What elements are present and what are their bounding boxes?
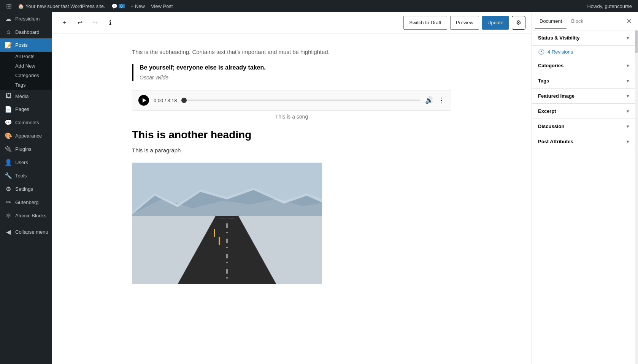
- pages-icon: 📄: [5, 106, 12, 113]
- collapse-menu-icon: ◀: [5, 228, 12, 236]
- post-image-block[interactable]: [132, 163, 322, 284]
- discussion-header[interactable]: Discussion ▾: [532, 119, 635, 134]
- comments-count: 0: [119, 4, 125, 8]
- sidebar-item-settings[interactable]: ⚙ Settings: [0, 182, 52, 196]
- heading2-block[interactable]: This is another heading: [132, 129, 451, 141]
- new-item[interactable]: + New: [128, 0, 148, 12]
- gutenberg-icon: ✏: [5, 199, 12, 206]
- sidebar-item-posts[interactable]: 📝 Posts: [0, 38, 52, 52]
- excerpt-header[interactable]: Excerpt ▾: [532, 104, 635, 119]
- sidebar-item-collapse-menu[interactable]: ◀ Collapse menu: [0, 225, 52, 239]
- categories-section-label: Categories: [538, 63, 563, 68]
- add-block-button[interactable]: ＋: [58, 16, 71, 30]
- preview-button[interactable]: Preview: [450, 16, 479, 30]
- view-post-label: View Post: [151, 3, 173, 9]
- paragraph-block[interactable]: This is a paragraph: [132, 147, 451, 154]
- site-home-icon: 🏠: [18, 3, 24, 9]
- site-name-text: Your new super fast WordPress site.: [25, 3, 105, 9]
- panel-tabs: Document Block ✕: [532, 12, 638, 30]
- comments-icon: 💬: [111, 3, 117, 9]
- admin-bar-left: ⊞ 🏠 Your new super fast WordPress site. …: [3, 0, 584, 12]
- sidebar-item-comments[interactable]: 💬 Comments: [0, 116, 52, 129]
- sidebar-item-pressidium[interactable]: ☁ Pressidium: [0, 12, 52, 25]
- revisions-item[interactable]: 🕐 4 Revisions: [532, 46, 635, 58]
- sidebar-item-gutenberg[interactable]: ✏ Gutenberg: [0, 196, 52, 209]
- blockquote-cite: Oscar Wilde: [140, 74, 168, 81]
- sidebar-item-categories[interactable]: Categories: [0, 71, 52, 80]
- audio-more-icon[interactable]: ⋮: [438, 96, 445, 104]
- audio-player-block[interactable]: 0:00 / 3:18 🔊 ⋮: [132, 90, 451, 111]
- undo-button[interactable]: ↩: [73, 16, 87, 30]
- site-name-item[interactable]: 🏠 Your new super fast WordPress site.: [15, 0, 108, 12]
- atomic-blocks-icon: ⚛: [5, 212, 12, 219]
- sidebar-item-pages-label: Pages: [15, 106, 29, 112]
- editor-area: ＋ ↩ ↪ ℹ Switch to Draft Preview Update ⚙…: [52, 12, 532, 364]
- categories-label: Categories: [15, 73, 39, 78]
- comments-item[interactable]: 💬 0: [108, 0, 128, 12]
- wp-logo-item[interactable]: ⊞: [3, 0, 15, 12]
- tab-document[interactable]: Document: [535, 14, 567, 29]
- right-panel-scroll-thumb[interactable]: [635, 30, 638, 53]
- sidebar-item-plugins[interactable]: 🔌 Plugins: [0, 142, 52, 156]
- sidebar-item-tools[interactable]: 🔧 Tools: [0, 169, 52, 182]
- sidebar-item-dashboard[interactable]: ⌂ Dashboard: [0, 25, 52, 38]
- settings-gear-icon: ⚙: [516, 19, 521, 26]
- audio-progress-thumb[interactable]: [181, 98, 187, 103]
- sidebar-item-media[interactable]: 🖼 Media: [0, 90, 52, 103]
- switch-to-draft-button[interactable]: Switch to Draft: [403, 16, 447, 30]
- howdy-item[interactable]: Howdy, gutencourse: [584, 0, 635, 12]
- sidebar-item-pages[interactable]: 📄 Pages: [0, 103, 52, 116]
- status-visibility-header[interactable]: Status & Visibility ▾: [532, 30, 635, 45]
- plugins-icon: 🔌: [5, 146, 12, 153]
- view-post-item[interactable]: View Post: [148, 0, 176, 12]
- post-attributes-header[interactable]: Post Attributes ▾: [532, 134, 635, 149]
- editor-content-wrap[interactable]: This is the subheading. Contains text th…: [52, 33, 532, 364]
- main-layout: ☁ Pressidium ⌂ Dashboard 📝 Posts All Pos…: [0, 12, 638, 364]
- excerpt-label: Excerpt: [538, 108, 556, 114]
- audio-caption: This is a song: [132, 114, 451, 120]
- audio-volume-icon[interactable]: 🔊: [425, 96, 433, 104]
- svg-rect-14: [214, 229, 215, 237]
- sidebar-item-settings-label: Settings: [15, 186, 33, 192]
- blockquote-block[interactable]: Be yourself; everyone else is already ta…: [132, 64, 451, 81]
- sidebar-item-add-new[interactable]: Add New: [0, 61, 52, 71]
- right-panel: Document Block ✕ Status & Visibility ▾ 🕐…: [532, 12, 638, 364]
- sidebar-item-all-posts[interactable]: All Posts: [0, 52, 52, 61]
- add-new-label: Add New: [15, 63, 35, 69]
- posts-icon: 📝: [5, 41, 12, 49]
- featured-image-header[interactable]: Featured Image ▾: [532, 89, 635, 103]
- sidebar-item-tags[interactable]: Tags: [0, 80, 52, 90]
- tags-label: Tags: [15, 82, 25, 88]
- tags-chevron: ▾: [627, 78, 629, 84]
- sidebar-item-atomic-blocks[interactable]: ⚛ Atomic Blocks: [0, 209, 52, 222]
- subheading-block[interactable]: This is the subheading. Contains text th…: [132, 49, 451, 55]
- editor-toolbar-left: ＋ ↩ ↪ ℹ: [58, 16, 400, 30]
- tab-block[interactable]: Block: [567, 14, 588, 29]
- close-panel-button[interactable]: ✕: [623, 15, 635, 27]
- sidebar-item-appearance[interactable]: 🎨 Appearance: [0, 129, 52, 142]
- revisions-label: 4 Revisions: [548, 49, 573, 55]
- settings-button[interactable]: ⚙: [512, 16, 525, 30]
- tags-header[interactable]: Tags ▾: [532, 73, 635, 88]
- sidebar-item-atomic-blocks-label: Atomic Blocks: [15, 213, 46, 218]
- comments-sidebar-icon: 💬: [5, 119, 12, 126]
- post-attributes-chevron: ▾: [627, 139, 629, 144]
- update-button[interactable]: Update: [482, 16, 509, 30]
- sidebar: ☁ Pressidium ⌂ Dashboard 📝 Posts All Pos…: [0, 12, 52, 364]
- editor-content: This is the subheading. Contains text th…: [132, 49, 451, 349]
- info-button[interactable]: ℹ: [103, 16, 117, 30]
- sidebar-item-users[interactable]: 👤 Users: [0, 156, 52, 169]
- sidebar-item-appearance-label: Appearance: [15, 133, 42, 139]
- categories-header[interactable]: Categories ▾: [532, 58, 635, 73]
- howdy-text: Howdy, gutencourse: [587, 3, 632, 9]
- admin-bar-right: Howdy, gutencourse: [584, 0, 635, 12]
- right-panel-scrollbar[interactable]: [635, 30, 638, 364]
- sidebar-item-users-label: Users: [15, 160, 28, 165]
- redo-button[interactable]: ↪: [88, 16, 102, 30]
- featured-image-label: Featured Image: [538, 93, 575, 99]
- pressidium-icon: ☁: [5, 15, 12, 22]
- excerpt-section: Excerpt ▾: [532, 104, 635, 119]
- audio-progress-bar[interactable]: [181, 100, 421, 101]
- media-icon: 🖼: [5, 93, 12, 100]
- audio-play-button[interactable]: [138, 95, 149, 106]
